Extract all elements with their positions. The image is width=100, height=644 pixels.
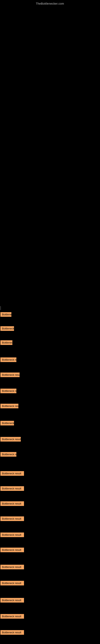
bottleneck-result-item: Bottleneck result (0, 372, 20, 377)
bottleneck-result-item: Bottleneck result (0, 501, 24, 506)
bottleneck-result-item: Bottleneck result (0, 312, 11, 317)
bottleneck-result-item: Bottleneck result (0, 598, 24, 602)
bottleneck-result-item: Bottleneck result (0, 565, 24, 569)
bottleneck-result-item: Bottleneck result (0, 340, 12, 345)
site-title: TheBottlenecker.com (0, 0, 100, 6)
bottleneck-result-item: Bottleneck result (0, 581, 24, 586)
bottleneck-result-item: Bottleneck result (0, 404, 18, 408)
bottleneck-result-item: Bottleneck result (0, 326, 14, 331)
bottleneck-result-item: Bottleneck result (0, 471, 24, 476)
bottleneck-result-item: Bottleneck result (0, 388, 16, 393)
bottleneck-result-item: Bottleneck result (0, 516, 24, 521)
bottleneck-result-item: Bottleneck result (0, 421, 14, 426)
bottleneck-result-item: Bottleneck result (0, 437, 21, 442)
bottleneck-result-item: Bottleneck result (0, 614, 24, 619)
bottleneck-result-item: Bottleneck result (0, 630, 24, 635)
bottleneck-result-item: Bottleneck result (0, 486, 24, 491)
bottleneck-result-item: Bottleneck result (0, 532, 24, 537)
bottleneck-result-item: Bottleneck result (0, 358, 16, 362)
bottleneck-result-item: Bottleneck result (0, 452, 16, 457)
bottleneck-result-item: Bottleneck result (0, 548, 24, 552)
